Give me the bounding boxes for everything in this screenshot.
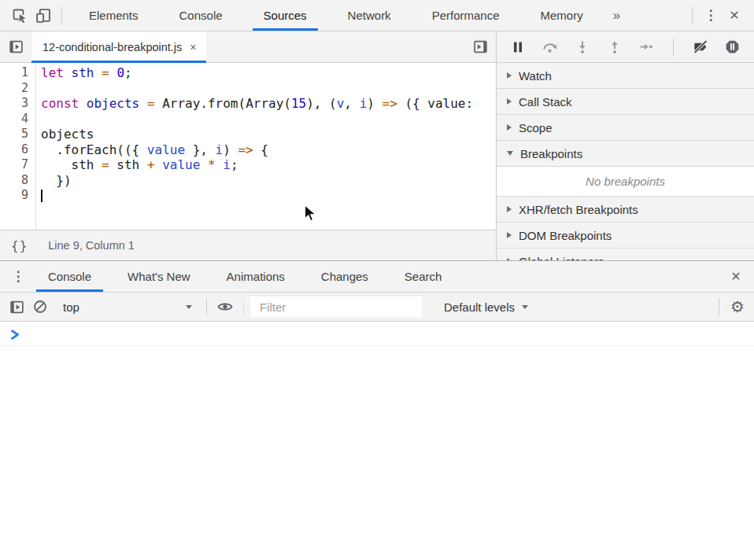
show-debugger-sidebar-icon[interactable] <box>468 35 492 59</box>
divider <box>692 7 693 24</box>
section-label: Breakpoints <box>520 147 582 160</box>
code-editor[interactable]: 123456789 let sth = 0;const objects = Ar… <box>0 63 496 230</box>
log-levels-label: Default levels <box>444 300 515 314</box>
editor-status-bar: {} Line 9, Column 1 <box>0 230 496 260</box>
inspect-element-icon[interactable] <box>8 4 31 28</box>
section-global-listeners[interactable]: Global Listeners <box>497 249 754 260</box>
file-tab-label: 12-conditional-breakpoint.js <box>43 41 182 53</box>
close-devtools-icon[interactable]: ✕ <box>723 4 746 28</box>
more-panels-button[interactable]: » <box>608 8 625 24</box>
line-number[interactable]: 6 <box>0 142 35 158</box>
section-dom-breakpoints[interactable]: DOM Breakpoints <box>497 223 754 249</box>
tab-network[interactable]: Network <box>337 0 402 31</box>
editor-column: 12-conditional-breakpoint.js × 123456789… <box>0 31 497 260</box>
show-navigator-icon[interactable] <box>4 35 28 59</box>
tab-memory[interactable]: Memory <box>530 0 594 31</box>
triangle-down-icon <box>507 151 513 156</box>
step-into-button[interactable] <box>571 35 594 59</box>
pause-on-exceptions-button[interactable] <box>721 35 745 59</box>
clear-console-icon[interactable] <box>28 295 52 319</box>
code-line[interactable] <box>41 112 496 127</box>
kebab-menu-icon[interactable]: ⋮ <box>699 4 723 28</box>
javascript-context-select[interactable]: top <box>52 300 200 314</box>
no-breakpoints-message: No breakpoints <box>497 167 754 197</box>
tab-elements[interactable]: Elements <box>78 0 150 31</box>
tab-performance[interactable]: Performance <box>421 0 511 31</box>
section-call-stack[interactable]: Call Stack <box>497 89 754 115</box>
code-line[interactable]: const objects = Array.from(Array(15), (v… <box>41 96 496 112</box>
deactivate-breakpoints-button[interactable] <box>689 35 712 59</box>
line-number[interactable]: 9 <box>0 188 35 204</box>
code-content[interactable]: let sth = 0;const objects = Array.from(A… <box>36 63 496 230</box>
drawer-tab-animations[interactable]: Animations <box>215 261 297 292</box>
drawer-kebab-menu-icon[interactable]: ⋮ <box>6 265 30 289</box>
line-number[interactable]: 7 <box>0 157 35 173</box>
drawer: ⋮ ConsoleWhat's NewAnimationsChangesSear… <box>0 260 754 560</box>
section-label: DOM Breakpoints <box>519 229 612 242</box>
line-number[interactable]: 4 <box>0 112 35 127</box>
code-line[interactable]: let sth = 0; <box>41 65 496 81</box>
chevron-down-icon <box>186 305 192 309</box>
section-xhr-fetch-breakpoints[interactable]: XHR/fetch Breakpoints <box>497 197 754 223</box>
code-line[interactable]: objects <box>41 127 496 142</box>
triangle-right-icon <box>507 232 512 238</box>
line-number[interactable]: 1 <box>0 65 35 81</box>
divider <box>206 298 207 315</box>
triangle-right-icon <box>507 98 512 105</box>
step-over-button[interactable] <box>538 35 562 59</box>
code-line[interactable]: }) <box>41 173 496 189</box>
divider <box>719 298 719 315</box>
drawer-tab-changes[interactable]: Changes <box>309 261 380 292</box>
tab-sources[interactable]: Sources <box>253 0 318 31</box>
tab-console[interactable]: Console <box>168 0 234 31</box>
console-output-area[interactable] <box>0 346 754 560</box>
line-number[interactable]: 5 <box>0 127 35 142</box>
section-label: Watch <box>519 69 552 83</box>
section-label: Call Stack <box>519 95 572 109</box>
section-label: Scope <box>519 121 553 134</box>
drawer-tabs: ConsoleWhat's NewAnimationsChangesSearch <box>30 261 460 292</box>
log-levels-select[interactable]: Default levels <box>444 300 528 314</box>
section-breakpoints[interactable]: Breakpoints <box>497 141 754 167</box>
console-prompt-chevron-icon <box>10 329 20 343</box>
code-line[interactable] <box>41 188 496 204</box>
debugger-sidebar: WatchCall StackScopeBreakpointsNo breakp… <box>497 31 754 260</box>
close-drawer-icon[interactable]: ✕ <box>724 265 748 289</box>
live-expression-eye-icon[interactable] <box>213 295 237 319</box>
devtools-window: ElementsConsoleSourcesNetworkPerformance… <box>0 0 754 560</box>
drawer-tab-console[interactable]: Console <box>36 261 103 292</box>
step-button[interactable] <box>634 35 658 59</box>
line-number[interactable]: 8 <box>0 173 35 189</box>
console-toolbar: top Default levels ⚙ <box>0 293 754 322</box>
debugger-toolbar <box>497 31 754 63</box>
show-console-sidebar-icon[interactable] <box>5 295 28 319</box>
line-number[interactable]: 2 <box>0 81 35 97</box>
code-line[interactable]: .forEach(({ value }, i) => { <box>41 142 496 158</box>
section-scope[interactable]: Scope <box>497 115 754 141</box>
triangle-right-icon <box>507 124 512 131</box>
divider <box>61 7 62 24</box>
console-filter-input[interactable] <box>250 297 422 317</box>
cursor-position-label: Line 9, Column 1 <box>48 239 135 252</box>
line-number-gutter[interactable]: 123456789 <box>0 63 36 230</box>
main-toolbar: ElementsConsoleSourcesNetworkPerformance… <box>0 0 754 31</box>
triangle-right-icon <box>507 206 512 212</box>
context-label: top <box>63 300 79 314</box>
section-watch[interactable]: Watch <box>497 63 754 89</box>
close-file-tab-icon[interactable]: × <box>190 41 196 53</box>
divider <box>243 298 244 315</box>
file-tab[interactable]: 12-conditional-breakpoint.js × <box>31 31 206 62</box>
pretty-print-icon[interactable]: {} <box>11 238 28 253</box>
sources-panel: 12-conditional-breakpoint.js × 123456789… <box>0 31 754 260</box>
drawer-tab-what-s-new[interactable]: What's New <box>116 261 202 292</box>
text-caret <box>41 190 43 202</box>
step-out-button[interactable] <box>603 35 626 59</box>
code-line[interactable] <box>41 81 496 97</box>
line-number[interactable]: 3 <box>0 96 35 112</box>
pause-button[interactable] <box>506 35 530 59</box>
code-line[interactable]: sth = sth + value * i; <box>41 157 496 173</box>
device-toolbar-icon[interactable] <box>31 4 55 28</box>
console-prompt[interactable] <box>0 322 754 346</box>
drawer-tab-search[interactable]: Search <box>393 261 454 292</box>
console-settings-gear-icon[interactable]: ⚙ <box>726 295 749 319</box>
